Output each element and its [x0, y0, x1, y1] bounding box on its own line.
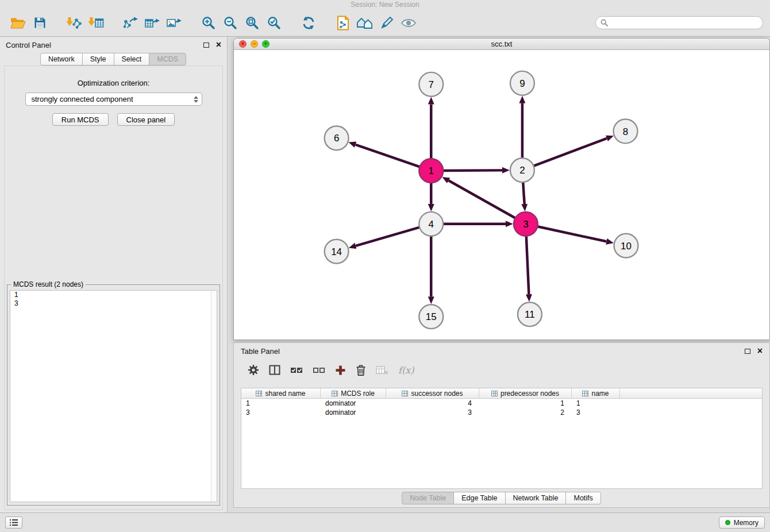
zoom-fit-icon: [245, 16, 259, 30]
save-session-button[interactable]: [29, 13, 51, 33]
open-network-file-button[interactable]: [332, 13, 354, 33]
node-14[interactable]: 14: [325, 240, 349, 264]
float-table-panel-icon[interactable]: [745, 349, 750, 354]
visual-style-button[interactable]: [376, 13, 398, 33]
table-column-icon: [332, 391, 338, 396]
plus-icon: [335, 365, 346, 376]
network-window-titlebar[interactable]: × − + scc.txt: [234, 38, 769, 50]
result-item[interactable]: 1: [10, 291, 217, 299]
window-title: Session: New Session: [351, 1, 419, 9]
unselect-all-columns-button[interactable]: [313, 365, 325, 375]
column-header-successor-nodes[interactable]: successor nodes: [386, 388, 479, 398]
column-header-predecessor-nodes[interactable]: predecessor nodes: [479, 388, 572, 398]
node-1[interactable]: 1: [419, 159, 443, 183]
close-panel-icon[interactable]: ×: [216, 40, 221, 49]
zoom-out-icon: [224, 16, 237, 30]
svg-text:14: 14: [331, 246, 342, 257]
tab-mcds[interactable]: MCDS: [149, 53, 186, 65]
column-header-MCDS-role[interactable]: MCDS role: [321, 388, 386, 398]
node-15[interactable]: 15: [419, 304, 443, 329]
zoom-in-button[interactable]: [198, 13, 220, 33]
edge-3-10[interactable]: [537, 226, 606, 241]
tab-style[interactable]: Style: [82, 53, 114, 65]
edge-3-1[interactable]: [449, 180, 515, 218]
svg-text:11: 11: [525, 309, 535, 320]
table-cell: 3: [241, 408, 321, 417]
node-10[interactable]: 10: [614, 234, 638, 258]
export-network-button[interactable]: [120, 13, 141, 33]
node-6[interactable]: 6: [325, 126, 349, 150]
zoom-fit-button[interactable]: [241, 13, 263, 33]
tab-edge-table[interactable]: Edge Table: [453, 492, 505, 504]
column-header-shared-name[interactable]: shared name: [241, 388, 321, 398]
search-input[interactable]: [611, 19, 758, 27]
node-4[interactable]: 4: [419, 212, 443, 236]
tab-network-table[interactable]: Network Table: [505, 492, 567, 504]
memory-button[interactable]: Memory: [719, 516, 765, 529]
tab-network[interactable]: Network: [40, 53, 83, 65]
close-panel-button[interactable]: Close panel: [117, 113, 175, 126]
window-minimize-icon[interactable]: −: [251, 40, 258, 48]
table-column-icon: [491, 391, 498, 396]
tab-node-table[interactable]: Node Table: [402, 492, 454, 504]
close-table-panel-icon[interactable]: ×: [757, 346, 763, 356]
function-builder-button[interactable]: f(x): [398, 365, 414, 376]
home-button[interactable]: [354, 13, 376, 33]
column-label: shared name: [265, 390, 305, 398]
svg-text:15: 15: [426, 311, 437, 322]
zoom-selected-button[interactable]: [263, 13, 285, 33]
edge-2-8[interactable]: [533, 138, 606, 166]
zoom-in-icon: [202, 16, 215, 30]
mcds-result-box: MCDS result (2 nodes) 13: [7, 280, 220, 506]
refresh-button[interactable]: [298, 13, 319, 33]
export-table-button[interactable]: [141, 13, 163, 33]
table-row[interactable]: 3dominator323: [241, 408, 762, 417]
open-session-button[interactable]: [7, 13, 29, 33]
table-cell: dominator: [321, 408, 386, 417]
result-item[interactable]: 3: [10, 299, 217, 308]
status-bar: Memory: [0, 512, 770, 532]
mcds-result-list[interactable]: 13: [10, 290, 217, 502]
import-network-button[interactable]: [63, 13, 85, 33]
edge-4-14[interactable]: [356, 228, 419, 246]
window-close-icon[interactable]: ×: [239, 40, 247, 48]
tab-select[interactable]: Select: [114, 53, 150, 65]
task-history-button[interactable]: [5, 516, 22, 529]
window-controls: × − +: [239, 40, 270, 48]
search-field[interactable]: [595, 16, 763, 29]
column-header-name[interactable]: name: [572, 388, 620, 398]
optimization-criterion-select[interactable]: strongly connected component: [25, 92, 202, 106]
main-toolbar: [0, 9, 770, 37]
edge-1-6[interactable]: [356, 145, 420, 167]
edge-1-2[interactable]: [443, 170, 502, 171]
export-image-button[interactable]: [163, 13, 185, 33]
table-cell: 3: [386, 408, 479, 417]
table-settings-button[interactable]: [248, 364, 259, 376]
create-column-button[interactable]: [335, 365, 346, 376]
node-3[interactable]: 3: [514, 212, 538, 236]
node-8[interactable]: 8: [614, 119, 638, 144]
node-7[interactable]: 7: [419, 72, 443, 97]
window-zoom-icon[interactable]: +: [262, 40, 270, 48]
unselect-all-icon: [313, 365, 325, 375]
run-mcds-button[interactable]: Run MCDS: [52, 113, 109, 126]
show-graphics-details-button[interactable]: [398, 13, 419, 33]
edge-3-11[interactable]: [526, 236, 529, 295]
network-graph[interactable]: 7968124314101511: [234, 50, 769, 340]
node-2[interactable]: 2: [510, 158, 534, 182]
import-table-button[interactable]: [85, 13, 107, 33]
table-cell: dominator: [321, 399, 386, 408]
zoom-out-button[interactable]: [220, 13, 241, 33]
show-columns-button[interactable]: [269, 365, 280, 375]
delete-column-button[interactable]: [356, 364, 366, 376]
delete-table-button[interactable]: [376, 365, 388, 375]
column-label: MCDS role: [341, 390, 375, 398]
network-file-icon: [336, 16, 350, 30]
node-9[interactable]: 9: [510, 71, 534, 95]
float-panel-icon[interactable]: [203, 43, 209, 48]
select-all-columns-button[interactable]: [290, 365, 303, 375]
node-11[interactable]: 11: [518, 302, 542, 326]
table-row[interactable]: 1dominator411: [241, 399, 762, 408]
edge-2-3[interactable]: [523, 182, 524, 204]
tab-motifs[interactable]: Motifs: [565, 492, 600, 504]
